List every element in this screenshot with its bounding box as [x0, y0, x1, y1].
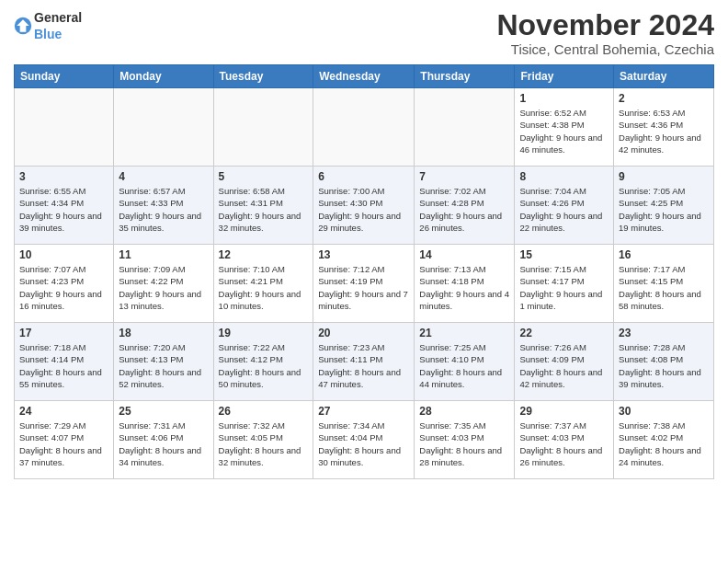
day-cell: 11Sunrise: 7:09 AM Sunset: 4:22 PM Dayli… [114, 245, 213, 323]
day-info: Sunrise: 7:05 AM Sunset: 4:25 PM Dayligh… [619, 185, 709, 234]
location-title: Tisice, Central Bohemia, Czechia [496, 41, 714, 57]
day-cell: 5Sunrise: 6:58 AM Sunset: 4:31 PM Daylig… [213, 167, 313, 245]
day-info: Sunrise: 7:38 AM Sunset: 4:02 PM Dayligh… [619, 419, 709, 468]
calendar-page: General Blue November 2024 Tisice, Centr… [0, 0, 728, 563]
day-cell: 12Sunrise: 7:10 AM Sunset: 4:21 PM Dayli… [213, 245, 313, 323]
day-number: 5 [219, 170, 309, 183]
calendar-header-row: SundayMondayTuesdayWednesdayThursdayFrid… [15, 65, 714, 88]
day-cell: 1Sunrise: 6:52 AM Sunset: 4:38 PM Daylig… [515, 88, 614, 167]
day-info: Sunrise: 7:20 AM Sunset: 4:13 PM Dayligh… [119, 341, 208, 390]
day-cell: 10Sunrise: 7:07 AM Sunset: 4:23 PM Dayli… [15, 245, 114, 323]
day-info: Sunrise: 7:31 AM Sunset: 4:06 PM Dayligh… [119, 419, 208, 468]
day-cell: 13Sunrise: 7:12 AM Sunset: 4:19 PM Dayli… [313, 245, 415, 323]
logo-text-blue: Blue [34, 27, 62, 41]
day-info: Sunrise: 6:55 AM Sunset: 4:34 PM Dayligh… [19, 185, 108, 234]
day-number: 8 [519, 170, 609, 183]
day-number: 13 [318, 248, 409, 261]
week-row-4: 17Sunrise: 7:18 AM Sunset: 4:14 PM Dayli… [15, 323, 714, 401]
day-info: Sunrise: 7:18 AM Sunset: 4:14 PM Dayligh… [19, 341, 108, 390]
day-cell: 14Sunrise: 7:13 AM Sunset: 4:18 PM Dayli… [415, 245, 515, 323]
day-cell: 28Sunrise: 7:35 AM Sunset: 4:03 PM Dayli… [415, 401, 515, 479]
day-cell: 29Sunrise: 7:37 AM Sunset: 4:03 PM Dayli… [515, 401, 614, 479]
day-number: 27 [318, 405, 409, 418]
day-number: 2 [619, 92, 709, 105]
day-number: 21 [419, 327, 509, 339]
day-cell: 9Sunrise: 7:05 AM Sunset: 4:25 PM Daylig… [614, 167, 714, 245]
day-info: Sunrise: 7:35 AM Sunset: 4:03 PM Dayligh… [419, 419, 509, 468]
day-number: 28 [419, 405, 509, 418]
day-info: Sunrise: 6:52 AM Sunset: 4:38 PM Dayligh… [519, 107, 609, 155]
day-info: Sunrise: 7:13 AM Sunset: 4:18 PM Dayligh… [419, 263, 509, 312]
day-header-friday: Friday [515, 65, 614, 88]
day-info: Sunrise: 7:09 AM Sunset: 4:22 PM Dayligh… [119, 263, 208, 312]
week-row-1: 1Sunrise: 6:52 AM Sunset: 4:38 PM Daylig… [15, 88, 714, 167]
day-cell: 15Sunrise: 7:15 AM Sunset: 4:17 PM Dayli… [515, 245, 614, 323]
day-number: 29 [519, 405, 609, 418]
day-header-thursday: Thursday [415, 65, 515, 88]
day-info: Sunrise: 7:22 AM Sunset: 4:12 PM Dayligh… [219, 341, 309, 390]
day-cell: 25Sunrise: 7:31 AM Sunset: 4:06 PM Dayli… [114, 401, 213, 479]
day-number: 3 [19, 170, 108, 183]
day-number: 12 [219, 248, 309, 261]
day-number: 17 [19, 327, 108, 339]
day-number: 6 [318, 170, 409, 183]
day-cell [114, 88, 213, 167]
day-number: 9 [619, 170, 709, 183]
day-info: Sunrise: 7:04 AM Sunset: 4:26 PM Dayligh… [519, 185, 609, 234]
day-info: Sunrise: 6:58 AM Sunset: 4:31 PM Dayligh… [219, 185, 309, 234]
day-info: Sunrise: 6:57 AM Sunset: 4:33 PM Dayligh… [119, 185, 208, 234]
day-number: 30 [619, 405, 709, 418]
day-info: Sunrise: 7:02 AM Sunset: 4:28 PM Dayligh… [419, 185, 509, 234]
week-row-2: 3Sunrise: 6:55 AM Sunset: 4:34 PM Daylig… [15, 167, 714, 245]
day-number: 22 [519, 327, 609, 339]
day-info: Sunrise: 7:17 AM Sunset: 4:15 PM Dayligh… [619, 263, 709, 312]
day-cell: 4Sunrise: 6:57 AM Sunset: 4:33 PM Daylig… [114, 167, 213, 245]
day-number: 1 [519, 92, 609, 105]
day-cell [213, 88, 313, 167]
logo: General Blue [14, 9, 82, 42]
logo-text-general: General [34, 10, 82, 25]
day-number: 7 [419, 170, 509, 183]
day-cell: 18Sunrise: 7:20 AM Sunset: 4:13 PM Dayli… [114, 323, 213, 401]
day-cell: 22Sunrise: 7:26 AM Sunset: 4:09 PM Dayli… [515, 323, 614, 401]
day-info: Sunrise: 7:23 AM Sunset: 4:11 PM Dayligh… [318, 341, 409, 390]
day-number: 23 [619, 327, 709, 339]
day-header-saturday: Saturday [614, 65, 714, 88]
day-header-sunday: Sunday [15, 65, 114, 88]
day-cell: 3Sunrise: 6:55 AM Sunset: 4:34 PM Daylig… [15, 167, 114, 245]
day-cell: 20Sunrise: 7:23 AM Sunset: 4:11 PM Dayli… [313, 323, 415, 401]
day-cell: 27Sunrise: 7:34 AM Sunset: 4:04 PM Dayli… [313, 401, 415, 479]
day-number: 10 [19, 248, 108, 261]
day-info: Sunrise: 7:26 AM Sunset: 4:09 PM Dayligh… [519, 341, 609, 390]
logo-icon [14, 17, 32, 35]
day-info: Sunrise: 7:00 AM Sunset: 4:30 PM Dayligh… [318, 185, 409, 234]
day-cell: 17Sunrise: 7:18 AM Sunset: 4:14 PM Dayli… [15, 323, 114, 401]
day-cell: 21Sunrise: 7:25 AM Sunset: 4:10 PM Dayli… [415, 323, 515, 401]
day-cell [415, 88, 515, 167]
day-info: Sunrise: 7:34 AM Sunset: 4:04 PM Dayligh… [318, 419, 409, 468]
day-info: Sunrise: 7:25 AM Sunset: 4:10 PM Dayligh… [419, 341, 509, 390]
day-cell: 23Sunrise: 7:28 AM Sunset: 4:08 PM Dayli… [614, 323, 714, 401]
day-header-monday: Monday [114, 65, 213, 88]
day-cell: 8Sunrise: 7:04 AM Sunset: 4:26 PM Daylig… [515, 167, 614, 245]
day-cell: 7Sunrise: 7:02 AM Sunset: 4:28 PM Daylig… [415, 167, 515, 245]
day-info: Sunrise: 7:28 AM Sunset: 4:08 PM Dayligh… [619, 341, 709, 390]
day-header-tuesday: Tuesday [213, 65, 313, 88]
day-number: 16 [619, 248, 709, 261]
day-cell: 6Sunrise: 7:00 AM Sunset: 4:30 PM Daylig… [313, 167, 415, 245]
week-row-3: 10Sunrise: 7:07 AM Sunset: 4:23 PM Dayli… [15, 245, 714, 323]
day-cell: 2Sunrise: 6:53 AM Sunset: 4:36 PM Daylig… [614, 88, 714, 167]
day-info: Sunrise: 6:53 AM Sunset: 4:36 PM Dayligh… [619, 107, 709, 155]
title-section: November 2024 Tisice, Central Bohemia, C… [496, 9, 714, 57]
day-header-wednesday: Wednesday [313, 65, 415, 88]
day-info: Sunrise: 7:32 AM Sunset: 4:05 PM Dayligh… [219, 419, 309, 468]
day-cell [15, 88, 114, 167]
day-number: 18 [119, 327, 208, 339]
month-title: November 2024 [496, 9, 714, 41]
day-cell: 16Sunrise: 7:17 AM Sunset: 4:15 PM Dayli… [614, 245, 714, 323]
day-number: 15 [519, 248, 609, 261]
day-info: Sunrise: 7:37 AM Sunset: 4:03 PM Dayligh… [519, 419, 609, 468]
day-number: 24 [19, 405, 108, 418]
day-info: Sunrise: 7:10 AM Sunset: 4:21 PM Dayligh… [219, 263, 309, 312]
day-info: Sunrise: 7:07 AM Sunset: 4:23 PM Dayligh… [19, 263, 108, 312]
